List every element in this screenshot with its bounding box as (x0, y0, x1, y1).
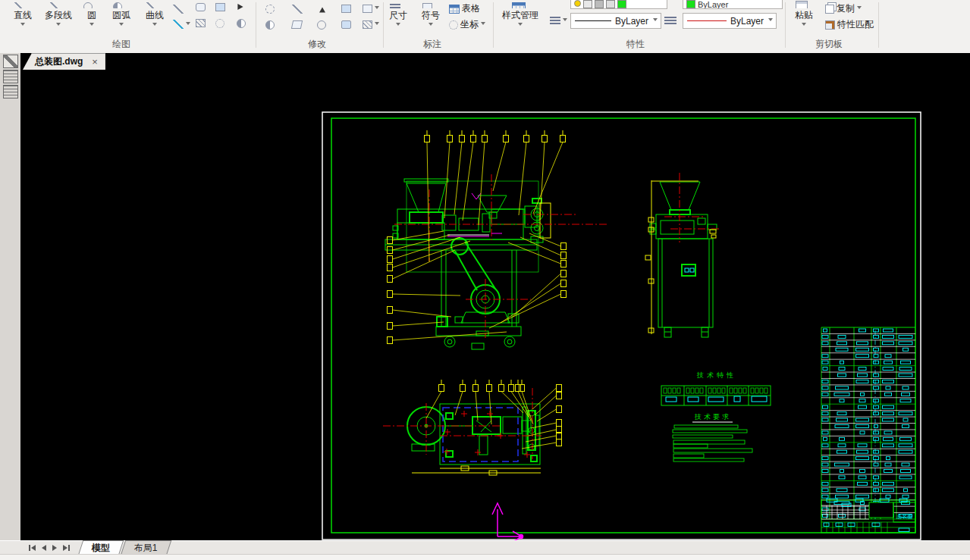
scale-tool[interactable] (363, 5, 379, 13)
ribbon-toolbar: 直线 多段线 圆 圆弧 曲线 绘图 (0, 0, 970, 54)
layers-panel-icon[interactable] (3, 70, 18, 83)
color-combo-clipped[interactable]: ByLayer (683, 0, 783, 9)
color-swatch (686, 0, 695, 8)
offset-tool[interactable] (265, 20, 275, 30)
copy-icon (825, 5, 834, 14)
lineweight-display-toggle[interactable] (550, 17, 567, 24)
tech-characteristics-table (661, 386, 771, 405)
dropdown-caret (186, 22, 190, 27)
side-view-dimensions (645, 180, 716, 334)
edit-hatch-tool[interactable] (363, 20, 379, 29)
style-manager-button[interactable]: 样式管理 (497, 0, 544, 36)
group-tool[interactable] (215, 19, 224, 28)
arc-icon (113, 2, 122, 8)
dropdown-caret (857, 6, 862, 11)
top-view (407, 404, 540, 465)
color-line-sample (687, 20, 727, 21)
drawing-canvas[interactable]: 技术特性 技术要求 总装图 总装图.dwg × (20, 53, 970, 540)
linetype-combo[interactable]: ByLayer (570, 13, 661, 29)
polyline-button[interactable]: 多段线 (39, 0, 77, 36)
horizontal-scrollbar[interactable] (0, 554, 970, 560)
paste-button[interactable]: 粘贴 (789, 0, 819, 36)
dropdown-caret (802, 23, 806, 28)
color-line-combo[interactable]: ByLayer (683, 13, 777, 29)
close-tab-icon[interactable]: × (92, 56, 98, 67)
construction-line-tool[interactable] (173, 20, 190, 29)
parallel-lines-tool[interactable] (173, 5, 184, 14)
modify-group-label: 修改 (272, 38, 363, 51)
previous-sheet-button[interactable] (42, 545, 46, 551)
printer-icon (606, 0, 615, 8)
dropdown-caret (375, 22, 379, 27)
trim-icon (292, 5, 303, 14)
copy-button[interactable]: 复制 (825, 2, 862, 15)
cad-drawing[interactable]: 技术特性 技术要求 总装图 (20, 53, 970, 540)
front-view (385, 179, 551, 349)
columns-panel-icon[interactable] (3, 85, 18, 99)
dimension-icon (390, 4, 400, 8)
group-separator (256, 2, 256, 48)
paste-icon (796, 1, 808, 8)
symbol-button[interactable]: 符号 (416, 0, 446, 36)
model-tab[interactable]: 模型 (78, 540, 124, 555)
construction-line-icon (173, 20, 184, 29)
ellipse-tool[interactable] (237, 19, 246, 28)
flag-tool-icon[interactable] (3, 55, 18, 68)
hatch-icon (196, 19, 206, 27)
group-icon (215, 19, 224, 28)
freeze-icon (583, 0, 592, 8)
coordinate-icon (449, 20, 458, 30)
next-sheet-button[interactable] (52, 545, 57, 551)
rotate-tool[interactable] (317, 20, 326, 30)
dropdown-caret (396, 23, 400, 28)
table-tool[interactable]: 表格 (449, 2, 480, 15)
dropdown-caret (481, 22, 485, 27)
line-button[interactable]: 直线 (8, 0, 38, 36)
dimension-button[interactable]: 尺寸 (383, 0, 413, 36)
trim-tool[interactable] (292, 5, 303, 14)
hatch-tool[interactable] (196, 19, 206, 27)
move-tool[interactable] (265, 5, 275, 14)
lineweight-icon (550, 17, 560, 24)
stretch-tool[interactable] (341, 20, 351, 29)
first-sheet-button[interactable] (29, 545, 36, 551)
offset-icon (265, 20, 275, 30)
chamfer-icon (291, 20, 303, 29)
chamfer-tool[interactable] (292, 20, 302, 29)
circle-button[interactable]: 圆 (80, 0, 103, 36)
last-sheet-button[interactable] (63, 545, 70, 551)
bom-parts-table (821, 327, 915, 519)
region-icon (196, 3, 206, 11)
array-tool[interactable] (341, 5, 351, 13)
coordinate-tool[interactable]: 坐标 (449, 18, 485, 31)
tech-characteristics-title: 技术特性 (696, 371, 736, 379)
dropdown-caret (119, 23, 124, 28)
lineweight-settings[interactable] (664, 17, 676, 24)
match-properties-icon (825, 20, 835, 30)
side-view (650, 182, 717, 337)
dropdown-caret (152, 23, 157, 28)
spline-button[interactable]: 曲线 (140, 0, 170, 36)
layer-combo-clipped[interactable] (570, 0, 667, 9)
mirror-tool[interactable] (317, 5, 328, 12)
dropdown-caret (56, 23, 61, 28)
block-tool[interactable] (215, 3, 225, 11)
group-separator (878, 2, 879, 48)
layout1-tab[interactable]: 布局1 (121, 540, 171, 555)
table-icon (449, 5, 460, 14)
status-bar: 模型 布局1 (0, 540, 970, 555)
point-icon (237, 4, 246, 10)
draw-group-label: 绘图 (76, 38, 167, 51)
region-tool[interactable] (196, 3, 206, 11)
arc-button[interactable]: 圆弧 (106, 0, 137, 36)
point-tool[interactable] (237, 3, 247, 11)
document-tab[interactable]: 总装图.dwg × (23, 53, 105, 70)
parallel-lines-icon (173, 5, 184, 14)
circle-icon (83, 2, 93, 8)
lock-icon (595, 0, 604, 8)
dropdown-caret (653, 18, 658, 23)
rotate-icon (317, 20, 326, 30)
match-properties-button[interactable]: 特性匹配 (825, 18, 874, 31)
move-icon (265, 5, 275, 14)
layer-color-swatch (617, 0, 626, 8)
